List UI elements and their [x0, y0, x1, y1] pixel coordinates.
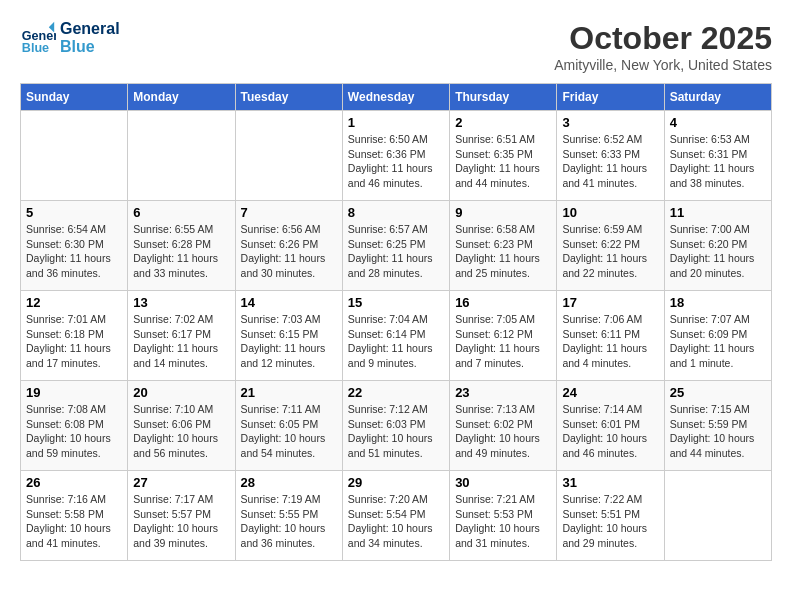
calendar-cell: 26Sunrise: 7:16 AM Sunset: 5:58 PM Dayli…	[21, 471, 128, 561]
day-number: 5	[26, 205, 122, 220]
day-number: 20	[133, 385, 229, 400]
calendar-cell: 15Sunrise: 7:04 AM Sunset: 6:14 PM Dayli…	[342, 291, 449, 381]
day-number: 28	[241, 475, 337, 490]
calendar-cell: 10Sunrise: 6:59 AM Sunset: 6:22 PM Dayli…	[557, 201, 664, 291]
day-number: 15	[348, 295, 444, 310]
col-header-saturday: Saturday	[664, 84, 771, 111]
day-info: Sunrise: 6:54 AM Sunset: 6:30 PM Dayligh…	[26, 222, 122, 281]
day-info: Sunrise: 7:22 AM Sunset: 5:51 PM Dayligh…	[562, 492, 658, 551]
day-info: Sunrise: 7:11 AM Sunset: 6:05 PM Dayligh…	[241, 402, 337, 461]
day-number: 14	[241, 295, 337, 310]
calendar-cell	[21, 111, 128, 201]
day-number: 29	[348, 475, 444, 490]
day-info: Sunrise: 7:14 AM Sunset: 6:01 PM Dayligh…	[562, 402, 658, 461]
day-info: Sunrise: 6:55 AM Sunset: 6:28 PM Dayligh…	[133, 222, 229, 281]
day-number: 3	[562, 115, 658, 130]
calendar-cell: 7Sunrise: 6:56 AM Sunset: 6:26 PM Daylig…	[235, 201, 342, 291]
day-info: Sunrise: 7:21 AM Sunset: 5:53 PM Dayligh…	[455, 492, 551, 551]
day-number: 8	[348, 205, 444, 220]
day-info: Sunrise: 7:03 AM Sunset: 6:15 PM Dayligh…	[241, 312, 337, 371]
day-info: Sunrise: 6:53 AM Sunset: 6:31 PM Dayligh…	[670, 132, 766, 191]
day-number: 13	[133, 295, 229, 310]
calendar-cell: 12Sunrise: 7:01 AM Sunset: 6:18 PM Dayli…	[21, 291, 128, 381]
day-info: Sunrise: 7:12 AM Sunset: 6:03 PM Dayligh…	[348, 402, 444, 461]
day-number: 18	[670, 295, 766, 310]
calendar-cell: 9Sunrise: 6:58 AM Sunset: 6:23 PM Daylig…	[450, 201, 557, 291]
calendar-cell: 16Sunrise: 7:05 AM Sunset: 6:12 PM Dayli…	[450, 291, 557, 381]
calendar-cell	[128, 111, 235, 201]
day-number: 17	[562, 295, 658, 310]
calendar-cell: 3Sunrise: 6:52 AM Sunset: 6:33 PM Daylig…	[557, 111, 664, 201]
day-number: 25	[670, 385, 766, 400]
calendar-cell: 8Sunrise: 6:57 AM Sunset: 6:25 PM Daylig…	[342, 201, 449, 291]
calendar-cell: 25Sunrise: 7:15 AM Sunset: 5:59 PM Dayli…	[664, 381, 771, 471]
day-info: Sunrise: 7:07 AM Sunset: 6:09 PM Dayligh…	[670, 312, 766, 371]
day-info: Sunrise: 6:59 AM Sunset: 6:22 PM Dayligh…	[562, 222, 658, 281]
day-number: 30	[455, 475, 551, 490]
day-info: Sunrise: 7:10 AM Sunset: 6:06 PM Dayligh…	[133, 402, 229, 461]
col-header-wednesday: Wednesday	[342, 84, 449, 111]
svg-text:Blue: Blue	[22, 41, 49, 55]
day-number: 22	[348, 385, 444, 400]
col-header-thursday: Thursday	[450, 84, 557, 111]
calendar-cell: 17Sunrise: 7:06 AM Sunset: 6:11 PM Dayli…	[557, 291, 664, 381]
day-number: 16	[455, 295, 551, 310]
col-header-sunday: Sunday	[21, 84, 128, 111]
day-info: Sunrise: 7:20 AM Sunset: 5:54 PM Dayligh…	[348, 492, 444, 551]
page-header: General Blue General Blue October 2025 A…	[20, 20, 772, 73]
day-number: 23	[455, 385, 551, 400]
calendar-cell: 24Sunrise: 7:14 AM Sunset: 6:01 PM Dayli…	[557, 381, 664, 471]
month-title: October 2025	[554, 20, 772, 57]
calendar-cell: 2Sunrise: 6:51 AM Sunset: 6:35 PM Daylig…	[450, 111, 557, 201]
day-info: Sunrise: 7:05 AM Sunset: 6:12 PM Dayligh…	[455, 312, 551, 371]
day-info: Sunrise: 6:52 AM Sunset: 6:33 PM Dayligh…	[562, 132, 658, 191]
logo: General Blue General Blue	[20, 20, 120, 56]
title-block: October 2025 Amityville, New York, Unite…	[554, 20, 772, 73]
calendar-cell: 28Sunrise: 7:19 AM Sunset: 5:55 PM Dayli…	[235, 471, 342, 561]
calendar-cell: 20Sunrise: 7:10 AM Sunset: 6:06 PM Dayli…	[128, 381, 235, 471]
day-number: 2	[455, 115, 551, 130]
calendar-table: SundayMondayTuesdayWednesdayThursdayFrid…	[20, 83, 772, 561]
day-number: 10	[562, 205, 658, 220]
day-info: Sunrise: 7:13 AM Sunset: 6:02 PM Dayligh…	[455, 402, 551, 461]
logo-general: General	[60, 20, 120, 38]
calendar-cell: 13Sunrise: 7:02 AM Sunset: 6:17 PM Dayli…	[128, 291, 235, 381]
day-info: Sunrise: 7:01 AM Sunset: 6:18 PM Dayligh…	[26, 312, 122, 371]
calendar-cell: 19Sunrise: 7:08 AM Sunset: 6:08 PM Dayli…	[21, 381, 128, 471]
day-number: 27	[133, 475, 229, 490]
day-info: Sunrise: 6:56 AM Sunset: 6:26 PM Dayligh…	[241, 222, 337, 281]
location-title: Amityville, New York, United States	[554, 57, 772, 73]
calendar-cell: 27Sunrise: 7:17 AM Sunset: 5:57 PM Dayli…	[128, 471, 235, 561]
day-number: 1	[348, 115, 444, 130]
day-info: Sunrise: 7:17 AM Sunset: 5:57 PM Dayligh…	[133, 492, 229, 551]
day-info: Sunrise: 7:08 AM Sunset: 6:08 PM Dayligh…	[26, 402, 122, 461]
day-number: 4	[670, 115, 766, 130]
col-header-tuesday: Tuesday	[235, 84, 342, 111]
calendar-cell: 29Sunrise: 7:20 AM Sunset: 5:54 PM Dayli…	[342, 471, 449, 561]
day-info: Sunrise: 6:51 AM Sunset: 6:35 PM Dayligh…	[455, 132, 551, 191]
calendar-cell	[235, 111, 342, 201]
day-number: 7	[241, 205, 337, 220]
day-info: Sunrise: 7:06 AM Sunset: 6:11 PM Dayligh…	[562, 312, 658, 371]
calendar-cell: 11Sunrise: 7:00 AM Sunset: 6:20 PM Dayli…	[664, 201, 771, 291]
day-info: Sunrise: 7:02 AM Sunset: 6:17 PM Dayligh…	[133, 312, 229, 371]
calendar-cell: 4Sunrise: 6:53 AM Sunset: 6:31 PM Daylig…	[664, 111, 771, 201]
calendar-cell: 6Sunrise: 6:55 AM Sunset: 6:28 PM Daylig…	[128, 201, 235, 291]
day-number: 24	[562, 385, 658, 400]
day-info: Sunrise: 7:04 AM Sunset: 6:14 PM Dayligh…	[348, 312, 444, 371]
calendar-cell: 22Sunrise: 7:12 AM Sunset: 6:03 PM Dayli…	[342, 381, 449, 471]
day-info: Sunrise: 7:15 AM Sunset: 5:59 PM Dayligh…	[670, 402, 766, 461]
logo-icon: General Blue	[20, 20, 56, 56]
day-number: 19	[26, 385, 122, 400]
calendar-cell: 14Sunrise: 7:03 AM Sunset: 6:15 PM Dayli…	[235, 291, 342, 381]
day-number: 11	[670, 205, 766, 220]
day-number: 9	[455, 205, 551, 220]
calendar-cell: 30Sunrise: 7:21 AM Sunset: 5:53 PM Dayli…	[450, 471, 557, 561]
col-header-friday: Friday	[557, 84, 664, 111]
calendar-cell	[664, 471, 771, 561]
day-info: Sunrise: 6:58 AM Sunset: 6:23 PM Dayligh…	[455, 222, 551, 281]
day-info: Sunrise: 7:16 AM Sunset: 5:58 PM Dayligh…	[26, 492, 122, 551]
day-info: Sunrise: 6:50 AM Sunset: 6:36 PM Dayligh…	[348, 132, 444, 191]
calendar-cell: 23Sunrise: 7:13 AM Sunset: 6:02 PM Dayli…	[450, 381, 557, 471]
calendar-cell: 5Sunrise: 6:54 AM Sunset: 6:30 PM Daylig…	[21, 201, 128, 291]
